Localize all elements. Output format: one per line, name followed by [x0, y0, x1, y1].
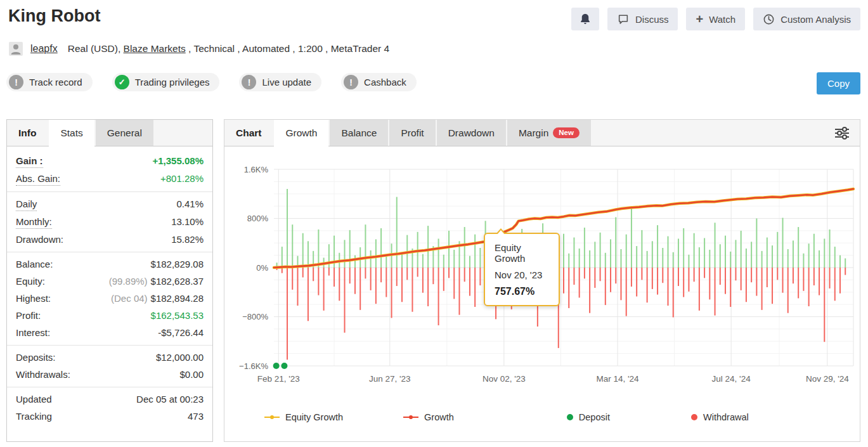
daily-loss-bar [641, 268, 642, 280]
daily-gain-bar [318, 230, 319, 268]
stat-label: Gain : [16, 154, 43, 168]
stat-label: Deposits: [16, 351, 56, 364]
plus-icon: + [696, 13, 703, 25]
daily-loss-bar [589, 268, 590, 313]
clock-icon [763, 13, 775, 25]
daily-gain-bar [798, 227, 799, 268]
tab-label: Info [18, 120, 36, 146]
chart-tab-balance[interactable]: Balance [330, 120, 388, 146]
daily-gain-bar [761, 251, 763, 268]
watch-label: Watch [709, 14, 735, 25]
daily-loss-bar [323, 268, 325, 311]
legend-item-withdrawal[interactable]: Withdrawal [691, 412, 749, 422]
daily-gain-bar [448, 231, 450, 268]
stat-row-gain: Gain :+1,355.08% [7, 152, 212, 170]
daily-loss-bar [287, 268, 288, 360]
daily-gain-bar [782, 218, 783, 268]
legend-item-equity-growth[interactable]: Equity Growth [264, 412, 343, 422]
tab-label: Growth [285, 120, 317, 146]
x-axis-tick: Mar 14, '24 [596, 374, 639, 384]
x-axis-tick: Jun 27, '23 [369, 374, 411, 384]
badge-track-record[interactable]: !Track record [6, 73, 93, 91]
chart-tab-margin[interactable]: MarginNew [507, 120, 591, 146]
daily-gain-bar [600, 233, 601, 268]
exclamation-icon: ! [242, 75, 256, 89]
daily-gain-bar [636, 246, 637, 268]
daily-gain-bar [730, 252, 731, 268]
daily-gain-bar [824, 238, 825, 268]
daily-loss-bar [839, 268, 841, 294]
badge-label: Track record [29, 77, 82, 87]
daily-gain-bar [354, 256, 356, 268]
copy-button[interactable]: Copy [817, 72, 860, 94]
daily-gain-bar [735, 240, 736, 268]
daily-loss-bar [594, 268, 595, 288]
legend-item-growth[interactable]: Growth [403, 412, 454, 422]
daily-loss-bar [620, 268, 621, 300]
daily-loss-bar [746, 268, 747, 302]
daily-loss-bar [479, 268, 481, 285]
chart-tab-profit[interactable]: Profit [389, 120, 435, 146]
badge-live-update[interactable]: !Live update [239, 73, 321, 91]
daily-loss-bar [657, 268, 658, 295]
daily-loss-bar [845, 268, 846, 275]
daily-loss-bar [730, 268, 731, 307]
custom-analysis-button[interactable]: Custom Analysis [753, 8, 860, 30]
stat-label: Profit: [16, 309, 41, 322]
stat-label: Interest: [16, 326, 50, 339]
discuss-button[interactable]: Discuss [607, 8, 678, 30]
stat-row-updated: UpdatedDec 05 at 00:23 [7, 391, 212, 408]
daily-loss-bar [385, 268, 387, 297]
tab-label: Chart [236, 120, 261, 146]
daily-gain-bar [620, 249, 621, 268]
daily-loss-bar [694, 268, 695, 282]
equity-growth-line-marker-icon [264, 415, 280, 420]
chart-settings-icon[interactable] [833, 126, 851, 143]
info-tabbar: InfoStatsGeneral [7, 120, 212, 146]
badge-label: Cashback [364, 77, 406, 87]
stat-row-deposits: Deposits:$12,000.00 [7, 349, 212, 366]
daily-gain-bar [282, 247, 283, 268]
daily-loss-bar [349, 268, 351, 283]
user-link[interactable]: leapfx [30, 43, 58, 55]
daily-gain-bar [741, 231, 742, 268]
avatar [9, 42, 23, 56]
chart-tab-growth[interactable]: Growth [274, 120, 328, 146]
daily-loss-bar [563, 268, 564, 294]
watch-button[interactable]: + Watch [686, 8, 745, 30]
growth-chart[interactable]: 1.6K%800%0%−800%−1.6K%Feb 21, '23Jun 27,… [224, 146, 860, 406]
tooltip-series: Equity Growth [495, 242, 549, 264]
broker-link[interactable]: Blaze Markets [124, 43, 186, 55]
daily-loss-bar [834, 268, 836, 301]
info-tab-info[interactable]: Info [7, 120, 48, 146]
legend-item-deposit[interactable]: Deposit [567, 412, 610, 422]
daily-gain-bar [751, 242, 752, 268]
legend-label: Withdrawal [703, 412, 749, 422]
tab-label: Stats [60, 120, 82, 146]
stat-value: Dec 05 at 00:23 [136, 392, 204, 406]
daily-gain-bar [605, 253, 606, 268]
tab-label: Drawdown [448, 120, 495, 146]
daily-gain-bar [756, 219, 757, 268]
info-tab-stats[interactable]: Stats [49, 120, 94, 146]
daily-gain-bar [819, 250, 820, 268]
daily-gain-bar [594, 242, 595, 268]
tooltip-date: Nov 20, '23 [495, 269, 549, 280]
chart-tab-chart[interactable]: Chart [224, 120, 273, 146]
daily-gain-bar [474, 235, 476, 268]
daily-gain-bar [803, 254, 804, 268]
badge-trading-privileges[interactable]: ✓Trading privileges [112, 73, 220, 91]
stat-label: Equity: [16, 275, 45, 288]
chat-icon [617, 13, 630, 25]
daily-gain-bar [709, 250, 710, 268]
info-tab-general[interactable]: General [96, 120, 153, 146]
chart-tab-drawdown[interactable]: Drawdown [437, 120, 506, 146]
daily-gain-bar [631, 206, 632, 268]
daily-loss-bar [401, 268, 403, 302]
daily-loss-bar [605, 268, 606, 305]
daily-gain-bar [380, 228, 382, 268]
daily-gain-bar [715, 223, 716, 268]
notifications-button[interactable] [571, 8, 599, 30]
badge-cashback[interactable]: !Cashback [341, 73, 417, 91]
daily-loss-bar [636, 268, 637, 297]
